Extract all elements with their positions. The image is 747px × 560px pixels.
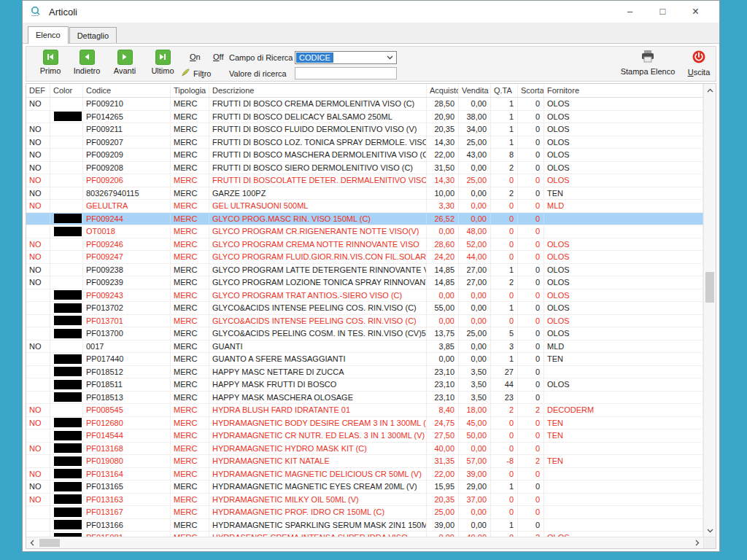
column-header-color[interactable]: Color: [50, 84, 83, 97]
table-row[interactable]: NOPF013164MERCHYDRAMAGNETIC MAGNETIC DEL…: [26, 468, 703, 481]
cell-swatch: [50, 264, 83, 276]
table-row[interactable]: PF013700MERCGLYCO&ACIDS PEELING COSM. IN…: [26, 327, 703, 341]
table-row[interactable]: NOPF009210MERCFRUTTI DI BOSCO CREMA DERM…: [26, 98, 703, 111]
cell-scorta: 0: [518, 519, 544, 532]
table-row[interactable]: PF018512MERCHAPPY MASC NETTARE DI ZUCCA2…: [26, 366, 703, 379]
cell-ven: 0,00: [459, 315, 491, 327]
cell-desc: HYDRAMAGNETIC PROF. IDRO CR 150ML (C): [209, 506, 427, 518]
cell-qta: 27: [491, 366, 518, 378]
table-row[interactable]: PF015981MERCHYDRASENCE CREMA INTENSA SUP…: [26, 532, 703, 537]
cell-scorta: 0: [518, 289, 544, 302]
table-row[interactable]: NOPF009209MERCFRUTTI DI BOSCO MASCHERA D…: [26, 149, 703, 162]
table-row[interactable]: NOPF008545MERCHYDRA BLUSH FARD IDRATANTE…: [26, 404, 703, 417]
table-row[interactable]: PP017440MERCGUANTO A SFERE MASSAGGIANTI0…: [26, 353, 703, 366]
horizontal-scroll-thumb[interactable]: [39, 539, 60, 547]
table-row[interactable]: NOPF009238MERCGLYCO PROGRAM LATTE DETERG…: [26, 264, 703, 277]
table-row[interactable]: NOPF013163MERCHYDRAMAGNETIC MILKY OIL 50…: [26, 494, 703, 507]
table-row[interactable]: NOPF009208MERCFRUTTI DI BOSCO SIERO DERM…: [26, 162, 703, 175]
table-row[interactable]: NOPF009239MERCGLYCO PROGRAM LOZIONE TONI…: [26, 276, 703, 289]
column-header-qta[interactable]: Q.TA: [491, 84, 518, 97]
column-header-fornitore[interactable]: Fornitore: [544, 84, 703, 97]
cell-codice: PF013702: [83, 302, 171, 314]
filter-off-link[interactable]: Off: [213, 52, 223, 61]
table-row[interactable]: PF018511MERCHAPPY MASK FRUTTI DI BOSCO23…: [26, 378, 703, 392]
column-header-codice[interactable]: Codice: [83, 84, 171, 97]
maximize-button[interactable]: □: [646, 1, 679, 23]
table-row[interactable]: NOPF009247MERCGLYCO PROGRAM FLUID.GIOR.R…: [26, 251, 703, 264]
cell-qta: 3: [491, 341, 518, 353]
column-header-vendita[interactable]: Vendita: [459, 84, 491, 97]
table-row[interactable]: OT0018MERCGLYCO PROGRAM CR.RIGENERANTE N…: [26, 225, 703, 238]
vertical-scrollbar[interactable]: [703, 84, 716, 537]
cell-tip: MERC: [171, 519, 209, 532]
table-row[interactable]: PF019080MERCHYDRAMAGNETIC KIT NATALE31,3…: [26, 455, 703, 468]
table-row[interactable]: PF013166MERCHYDRAMAGNETIC SPARKLING SERU…: [26, 519, 703, 532]
table-row[interactable]: PF009244MERCGLYCO PROG.MASC RIN. VISO 15…: [26, 213, 703, 226]
cell-def: NO: [26, 98, 50, 110]
table-row[interactable]: NOGELULTRAMERCGEL ULTRASUONI 500ML3,300,…: [26, 200, 703, 213]
color-swatch: [54, 227, 82, 236]
cell-tip: MERC: [171, 213, 209, 225]
scroll-down-icon[interactable]: [704, 525, 716, 536]
color-swatch: [54, 392, 82, 402]
previous-record-button[interactable]: [80, 50, 95, 65]
tab-elenco[interactable]: Elenco: [28, 26, 69, 44]
table-row[interactable]: NO803267940115MERCGARZE 100PZ10,000,0020…: [26, 187, 703, 201]
uscita-button[interactable]: Uscita: [681, 50, 716, 77]
table-row[interactable]: PF013167MERCHYDRAMAGNETIC PROF. IDRO CR …: [26, 506, 703, 519]
cell-tip: MERC: [171, 251, 209, 263]
cell-ven: 3,50: [459, 378, 491, 391]
cell-ven: 39,00: [459, 468, 491, 481]
cell-desc: GUANTO A SFERE MASSAGGIANTI: [209, 353, 427, 365]
first-record-button[interactable]: [43, 50, 58, 65]
cell-swatch: [50, 123, 83, 136]
campo-di-ricerca-select[interactable]: CODICE: [295, 51, 397, 64]
last-record-button[interactable]: [155, 50, 171, 65]
valore-di-ricerca-input[interactable]: [295, 67, 397, 79]
filter-on-link[interactable]: On: [190, 52, 201, 61]
cell-forn: [544, 494, 703, 506]
table-row[interactable]: NOPF009211MERCFRUTTI DI BOSCO FLUIDO DER…: [26, 123, 703, 136]
table-row[interactable]: PF009243MERCGLYCO PROGRAM TRAT ANTIOS.-S…: [26, 289, 703, 303]
column-header-scorta[interactable]: Scorta: [518, 84, 544, 97]
cell-acq: 10,00: [427, 187, 459, 200]
vertical-scroll-thumb[interactable]: [705, 272, 714, 303]
cell-swatch: [50, 341, 83, 353]
cell-acq: 0,00: [427, 532, 459, 537]
table-row[interactable]: NOPF009207MERCFRUTTI DI BOSCO LOZ. TONIC…: [26, 136, 703, 149]
table-row[interactable]: PF014544MERCHYDRAMAGNETIC CR NUTR. ED EL…: [26, 429, 703, 443]
cell-codice: PF015981: [83, 532, 171, 537]
cell-desc: HYDRAMAGNETIC SPARKLING SERUM MASK 2IN1 …: [209, 519, 427, 532]
cell-desc: FRUTTI DI BOSCO SIERO DERMOLENITIVO VISO…: [209, 162, 427, 174]
table-row[interactable]: NOPF012680MERCHYDRAMAGNETIC BODY DESIRE …: [26, 417, 703, 430]
color-swatch: [54, 303, 82, 313]
close-button[interactable]: ×: [679, 1, 712, 23]
stampa-elenco-button[interactable]: Stampa Elenco: [610, 50, 686, 76]
table-row[interactable]: PF014265MERCFRUTTI DI BOSCO DELICACY BAL…: [26, 111, 703, 124]
table-row[interactable]: PF018513MERCHAPPY MASK MASCHERA OLOSAGE2…: [26, 392, 703, 405]
cell-def: NO: [26, 174, 50, 187]
column-header-def[interactable]: DEF: [26, 84, 50, 97]
tab-dettaglio[interactable]: Dettaglio: [69, 27, 117, 43]
column-header-tipologia[interactable]: Tipologia: [171, 84, 209, 97]
table-row[interactable]: NOPF009206MERCFRUTTI DI BOSCOLATTE DETER…: [26, 174, 703, 187]
table-row[interactable]: NO0017MERCGUANTI3,850,0030MLD: [26, 341, 703, 354]
table-row[interactable]: NOPF013168MERCHYDRAMAGNETIC HYDRO MASK K…: [26, 443, 703, 456]
cell-def: NO: [26, 341, 50, 353]
filtro-control[interactable]: Filtro: [181, 68, 211, 79]
next-record-button[interactable]: [117, 50, 133, 65]
scroll-right-icon[interactable]: [692, 537, 703, 548]
scroll-up-icon[interactable]: [704, 85, 716, 96]
table-row[interactable]: NOPF009246MERCGLYCO PROGRAM CREMA NOTTE …: [26, 238, 703, 252]
minimize-button[interactable]: –: [614, 1, 646, 23]
table-row[interactable]: NOPF013165MERCHYDRAMAGNETIC MAGNETIC EYE…: [26, 481, 703, 494]
table-row[interactable]: PF013701MERCGLYCO&ACIDS INTENSE PEELING …: [26, 315, 703, 328]
cell-tip: MERC: [171, 289, 209, 302]
table-row[interactable]: PF013702MERCGLYCO&ACIDS INTENSE PEELING …: [26, 302, 703, 315]
horizontal-scroll-track[interactable]: [38, 537, 692, 548]
scroll-left-icon[interactable]: [26, 537, 38, 548]
horizontal-scrollbar[interactable]: [26, 537, 716, 548]
column-header-acquisto[interactable]: Acquisto: [427, 84, 459, 97]
column-header-descrizione[interactable]: Descrizione: [209, 84, 427, 97]
cell-scorta: 0: [518, 238, 544, 251]
